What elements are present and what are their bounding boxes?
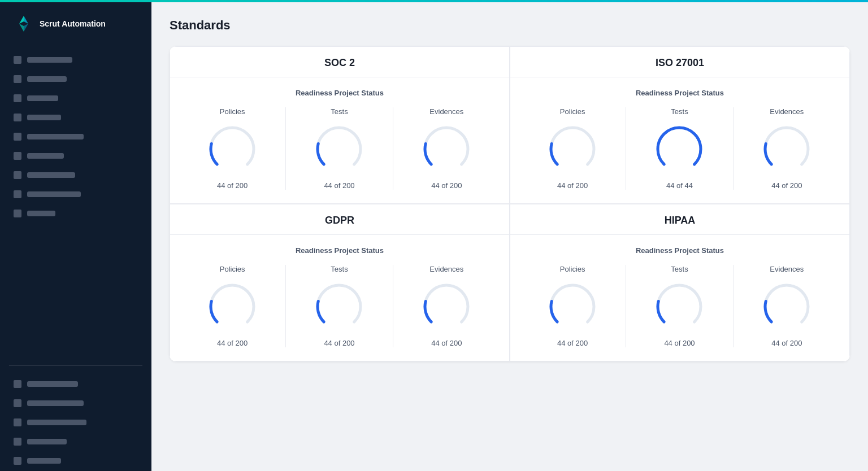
sidebar-item-b1[interactable] xyxy=(9,375,142,393)
readiness-label-gdpr: Readiness Project Status xyxy=(179,246,500,255)
donut-soc2-0 xyxy=(207,124,258,175)
metric-hipaa-tests: Tests 44 of 200 xyxy=(626,265,733,347)
donut-soc2-2 xyxy=(421,124,472,175)
svg-marker-0 xyxy=(19,16,24,24)
metric-hipaa-policies: Policies 44 of 200 xyxy=(519,265,626,347)
sidebar-item-5[interactable] xyxy=(9,128,142,146)
nav-icon-b2 xyxy=(14,399,21,407)
standard-title-iso27001: ISO 27001 xyxy=(656,57,704,68)
nav-label-4 xyxy=(27,115,61,120)
nav-icon-5 xyxy=(14,133,21,141)
readiness-label-iso27001: Readiness Project Status xyxy=(519,89,840,97)
standard-header-soc2: SOC 2 xyxy=(170,47,509,77)
standard-header-gdpr: GDPR xyxy=(170,204,509,235)
sidebar: Scrut Automation xyxy=(0,0,151,471)
main-content: Standards SOC 2Readiness Project StatusP… xyxy=(151,0,868,471)
donut-soc2-1 xyxy=(314,124,364,175)
nav-icon-8 xyxy=(14,190,21,198)
standard-card-gdpr[interactable]: GDPRReadiness Project StatusPolicies 44 … xyxy=(170,204,510,361)
standard-body-hipaa: Readiness Project StatusPolicies 44 of 2… xyxy=(510,235,849,361)
sidebar-item-2[interactable] xyxy=(9,70,142,88)
nav-label-b1 xyxy=(27,381,78,387)
nav-icon-2 xyxy=(14,75,21,83)
donut-hipaa-2 xyxy=(761,281,812,332)
donut-iso27001-1 xyxy=(654,124,705,175)
donut-gdpr-0 xyxy=(207,281,258,332)
nav-label-b4 xyxy=(27,439,67,444)
nav-label-b3 xyxy=(27,420,86,425)
standard-header-iso27001: ISO 27001 xyxy=(510,47,849,77)
logo-area[interactable]: Scrut Automation xyxy=(0,2,151,51)
sidebar-item-b2[interactable] xyxy=(9,394,142,412)
nav-label-b5 xyxy=(27,458,61,464)
metric-iso27001-policies: Policies 44 of 200 xyxy=(519,107,626,190)
metric-gdpr-evidences: Evidences 44 of 200 xyxy=(393,265,500,347)
sidebar-nav-top xyxy=(0,51,151,360)
metric-soc2-tests: Tests 44 of 200 xyxy=(286,107,393,190)
sidebar-item-1[interactable] xyxy=(9,51,142,69)
standard-card-hipaa[interactable]: HIPAAReadiness Project StatusPolicies 44… xyxy=(510,204,850,361)
metric-gdpr-tests: Tests 44 of 200 xyxy=(286,265,393,347)
metrics-row-hipaa: Policies 44 of 200Tests 44 of 200Evidenc… xyxy=(519,265,840,347)
nav-icon-7 xyxy=(14,171,21,179)
nav-icon-1 xyxy=(14,56,21,64)
sidebar-item-6[interactable] xyxy=(9,147,142,165)
nav-icon-b4 xyxy=(14,438,21,446)
metric-iso27001-tests: Tests 44 of 44 xyxy=(626,107,733,190)
donut-iso27001-2 xyxy=(761,124,812,175)
standard-body-soc2: Readiness Project StatusPolicies 44 of 2… xyxy=(170,77,509,203)
nav-label-2 xyxy=(27,76,67,82)
standard-title-soc2: SOC 2 xyxy=(324,57,355,68)
standard-header-hipaa: HIPAA xyxy=(510,204,849,235)
standards-grid: SOC 2Readiness Project StatusPolicies 44… xyxy=(170,46,850,361)
svg-marker-3 xyxy=(24,24,28,32)
svg-marker-1 xyxy=(24,16,28,24)
nav-label-8 xyxy=(27,191,81,197)
donut-iso27001-0 xyxy=(547,124,598,175)
nav-label-3 xyxy=(27,95,58,101)
nav-label-9 xyxy=(27,211,55,216)
donut-hipaa-0 xyxy=(547,281,598,332)
nav-icon-4 xyxy=(14,114,21,121)
sidebar-item-b3[interactable] xyxy=(9,413,142,431)
sidebar-item-4[interactable] xyxy=(9,108,142,127)
logo-text: Scrut Automation xyxy=(40,19,106,29)
metrics-row-soc2: Policies 44 of 200Tests 44 of 200Evidenc… xyxy=(179,107,500,190)
nav-label-5 xyxy=(27,134,84,139)
sidebar-item-b4[interactable] xyxy=(9,433,142,451)
nav-label-1 xyxy=(27,57,72,63)
nav-icon-b5 xyxy=(14,457,21,465)
metrics-row-iso27001: Policies 44 of 200Tests 44 of 44Evidence… xyxy=(519,107,840,190)
scrut-logo-icon xyxy=(14,14,34,34)
standard-card-soc2[interactable]: SOC 2Readiness Project StatusPolicies 44… xyxy=(170,46,510,204)
metric-hipaa-evidences: Evidences 44 of 200 xyxy=(734,265,840,347)
metric-soc2-policies: Policies 44 of 200 xyxy=(179,107,286,190)
sidebar-item-9[interactable] xyxy=(9,204,142,223)
standard-card-iso27001[interactable]: ISO 27001Readiness Project StatusPolicie… xyxy=(510,46,850,204)
nav-label-b2 xyxy=(27,400,84,406)
nav-label-6 xyxy=(27,153,64,159)
donut-gdpr-2 xyxy=(421,281,472,332)
nav-icon-9 xyxy=(14,210,21,217)
standard-title-gdpr: GDPR xyxy=(325,215,354,226)
nav-icon-b1 xyxy=(14,380,21,388)
standard-body-gdpr: Readiness Project StatusPolicies 44 of 2… xyxy=(170,235,509,361)
page-title: Standards xyxy=(170,18,850,33)
metric-gdpr-policies: Policies 44 of 200 xyxy=(179,265,286,347)
sidebar-item-7[interactable] xyxy=(9,166,142,184)
nav-icon-6 xyxy=(14,152,21,160)
donut-hipaa-1 xyxy=(654,281,705,332)
metric-iso27001-evidences: Evidences 44 of 200 xyxy=(734,107,840,190)
readiness-label-hipaa: Readiness Project Status xyxy=(519,246,840,255)
sidebar-item-3[interactable] xyxy=(9,89,142,107)
metric-soc2-evidences: Evidences 44 of 200 xyxy=(393,107,500,190)
sidebar-item-b5[interactable] xyxy=(9,452,142,470)
sidebar-divider xyxy=(9,365,142,366)
metrics-row-gdpr: Policies 44 of 200Tests 44 of 200Evidenc… xyxy=(179,265,500,347)
donut-gdpr-1 xyxy=(314,281,364,332)
nav-label-7 xyxy=(27,172,75,178)
nav-icon-b3 xyxy=(14,418,21,426)
sidebar-item-8[interactable] xyxy=(9,185,142,203)
nav-icon-3 xyxy=(14,94,21,102)
readiness-label-soc2: Readiness Project Status xyxy=(179,89,500,97)
